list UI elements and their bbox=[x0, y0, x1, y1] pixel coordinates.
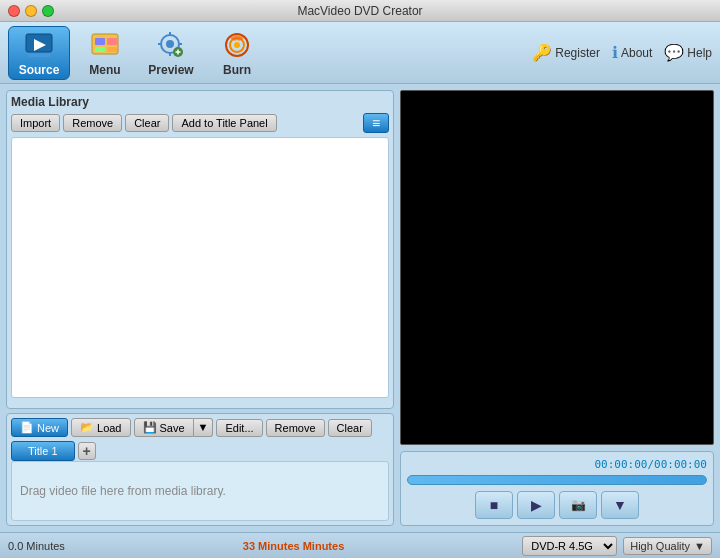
status-minutes-center: 33 Minutes Minutes bbox=[73, 540, 514, 552]
main-area: Media Library Import Remove Clear Add to… bbox=[0, 84, 720, 532]
toolbar-btn-menu[interactable]: Menu bbox=[74, 26, 136, 80]
status-right: DVD-R 4.5G DVD-R 8.5G DVD+R 4.7G High Qu… bbox=[522, 536, 712, 556]
snapshot-button[interactable]: 📷 bbox=[559, 491, 597, 519]
minimize-button[interactable] bbox=[25, 5, 37, 17]
burn-label: Burn bbox=[223, 63, 251, 77]
help-link[interactable]: 💬 Help bbox=[664, 43, 712, 62]
status-minutes-left: 0.0 Minutes bbox=[8, 540, 65, 552]
video-preview bbox=[400, 90, 714, 445]
toolbar-right: 🔑 Register ℹ About 💬 Help bbox=[532, 43, 712, 62]
dvd-type-select[interactable]: DVD-R 4.5G DVD-R 8.5G DVD+R 4.7G bbox=[522, 536, 617, 556]
svg-rect-6 bbox=[95, 47, 105, 52]
quality-select[interactable]: High Quality ▼ bbox=[623, 537, 712, 555]
svg-point-9 bbox=[166, 40, 174, 48]
drag-hint: Drag video file here from media library. bbox=[20, 484, 226, 498]
save-button[interactable]: 💾 Save bbox=[134, 418, 194, 437]
remove-button[interactable]: Remove bbox=[63, 114, 122, 132]
new-icon: 📄 bbox=[20, 421, 34, 434]
stop-button[interactable]: ■ bbox=[475, 491, 513, 519]
help-label: Help bbox=[687, 46, 712, 60]
title-panel: 📄 New 📂 Load 💾 Save ▼ Edit... Remove Cle… bbox=[6, 413, 394, 526]
edit-button[interactable]: Edit... bbox=[216, 419, 262, 437]
register-label: Register bbox=[555, 46, 600, 60]
quality-label: High Quality bbox=[630, 540, 690, 552]
statusbar: 0.0 Minutes 33 Minutes Minutes DVD-R 4.5… bbox=[0, 532, 720, 558]
register-icon: 🔑 bbox=[532, 43, 552, 62]
preview-controls: 00:00:00/00:00:00 ■ ▶ 📷 ▼ bbox=[400, 451, 714, 526]
list-icon: ≡ bbox=[372, 115, 380, 131]
play-button[interactable]: ▶ bbox=[517, 491, 555, 519]
tp-remove-button[interactable]: Remove bbox=[266, 419, 325, 437]
title-content: Drag video file here from media library. bbox=[11, 461, 389, 521]
snapshot-icon: 📷 bbox=[571, 498, 586, 512]
add-to-title-button[interactable]: Add to Title Panel bbox=[172, 114, 276, 132]
maximize-button[interactable] bbox=[42, 5, 54, 17]
burn-icon bbox=[221, 29, 253, 61]
left-panel: Media Library Import Remove Clear Add to… bbox=[6, 90, 394, 526]
save-icon: 💾 bbox=[143, 421, 157, 434]
media-library-header: Media Library bbox=[11, 95, 389, 109]
svg-rect-4 bbox=[95, 38, 105, 45]
preview-icon bbox=[155, 29, 187, 61]
svg-rect-7 bbox=[107, 47, 117, 52]
toolbar-btn-burn[interactable]: Burn bbox=[206, 26, 268, 80]
svg-point-19 bbox=[234, 42, 240, 48]
menu-label: Menu bbox=[89, 63, 120, 77]
menu-icon bbox=[89, 29, 121, 61]
svg-rect-5 bbox=[107, 38, 117, 45]
quality-arrow: ▼ bbox=[694, 540, 705, 552]
title-tabs: Title 1 + bbox=[11, 441, 389, 461]
source-label: Source bbox=[19, 63, 60, 77]
title-panel-toolbar: 📄 New 📂 Load 💾 Save ▼ Edit... Remove Cle… bbox=[11, 418, 389, 437]
new-button[interactable]: 📄 New bbox=[11, 418, 68, 437]
help-icon: 💬 bbox=[664, 43, 684, 62]
time-display: 00:00:00/00:00:00 bbox=[407, 458, 707, 471]
list-view-button[interactable]: ≡ bbox=[363, 113, 389, 133]
add-title-button[interactable]: + bbox=[78, 442, 96, 460]
media-library: Media Library Import Remove Clear Add to… bbox=[6, 90, 394, 409]
import-button[interactable]: Import bbox=[11, 114, 60, 132]
window-controls[interactable] bbox=[8, 5, 54, 17]
playback-buttons: ■ ▶ 📷 ▼ bbox=[407, 491, 707, 519]
clear-button[interactable]: Clear bbox=[125, 114, 169, 132]
title-tab-1[interactable]: Title 1 bbox=[11, 441, 75, 461]
register-link[interactable]: 🔑 Register bbox=[532, 43, 600, 62]
stop-icon: ■ bbox=[490, 497, 498, 513]
media-library-toolbar: Import Remove Clear Add to Title Panel ≡ bbox=[11, 113, 389, 133]
toolbar-btn-preview[interactable]: Preview bbox=[140, 26, 202, 80]
tp-clear-button[interactable]: Clear bbox=[328, 419, 372, 437]
right-panel: 00:00:00/00:00:00 ■ ▶ 📷 ▼ bbox=[400, 90, 714, 526]
about-link[interactable]: ℹ About bbox=[612, 43, 652, 62]
play-icon: ▶ bbox=[531, 497, 542, 513]
progress-bar[interactable] bbox=[407, 475, 707, 485]
svg-rect-2 bbox=[28, 54, 50, 57]
preview-label: Preview bbox=[148, 63, 193, 77]
titlebar: MacVideo DVD Creator bbox=[0, 0, 720, 22]
dropdown-icon: ▼ bbox=[613, 497, 627, 513]
about-label: About bbox=[621, 46, 652, 60]
source-icon bbox=[23, 29, 55, 61]
about-icon: ℹ bbox=[612, 43, 618, 62]
playback-dropdown-button[interactable]: ▼ bbox=[601, 491, 639, 519]
media-library-content bbox=[11, 137, 389, 398]
close-button[interactable] bbox=[8, 5, 20, 17]
load-button[interactable]: 📂 Load bbox=[71, 418, 130, 437]
load-icon: 📂 bbox=[80, 421, 94, 434]
main-toolbar: Source Menu bbox=[0, 22, 720, 84]
toolbar-btn-source[interactable]: Source bbox=[8, 26, 70, 80]
save-dropdown-arrow[interactable]: ▼ bbox=[194, 418, 214, 437]
window-title: MacVideo DVD Creator bbox=[297, 4, 422, 18]
save-split-button[interactable]: 💾 Save ▼ bbox=[134, 418, 214, 437]
